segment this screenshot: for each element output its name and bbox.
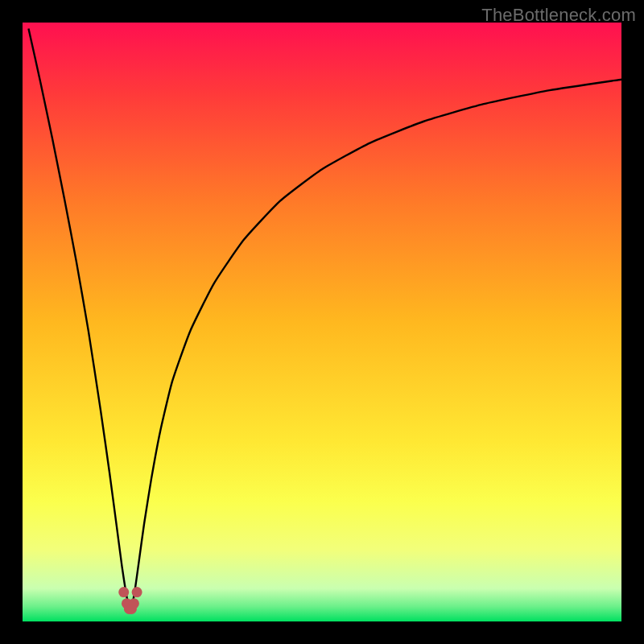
notch-marker-dot — [129, 598, 139, 609]
watermark-text: TheBottleneck.com — [481, 5, 636, 26]
chart-frame: TheBottleneck.com — [0, 0, 644, 644]
chart-svg — [23, 23, 621, 621]
gradient-background — [23, 23, 621, 621]
plot-area — [23, 23, 621, 621]
notch-marker-dot — [132, 587, 142, 597]
notch-marker-dot — [118, 587, 129, 597]
